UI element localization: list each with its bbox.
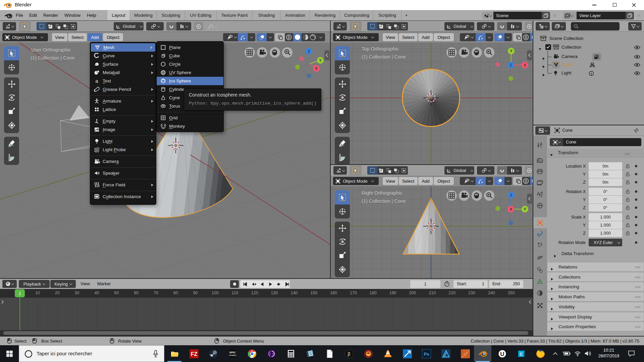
svg-text:X: X [524,63,526,67]
svg-text:Z: Z [308,49,310,53]
svg-text:Y: Y [524,207,526,211]
svg-text:Z: Z [510,63,512,67]
svg-text:X: X [509,207,512,211]
svg-text:EPIC: EPIC [230,351,236,354]
svg-text:X: X [315,66,317,70]
svg-text:Ps: Ps [424,352,429,357]
svg-text:GAMES: GAMES [229,354,236,356]
svg-text:Y: Y [510,49,512,53]
svg-text:Y: Y [319,58,321,62]
svg-text:a: a [95,78,98,84]
svg-text:β: β [348,351,351,357]
svg-text:FZ: FZ [191,351,198,357]
svg-text:C: C [520,352,523,357]
svg-text:Z: Z [510,193,513,197]
svg-text:U: U [500,351,504,357]
